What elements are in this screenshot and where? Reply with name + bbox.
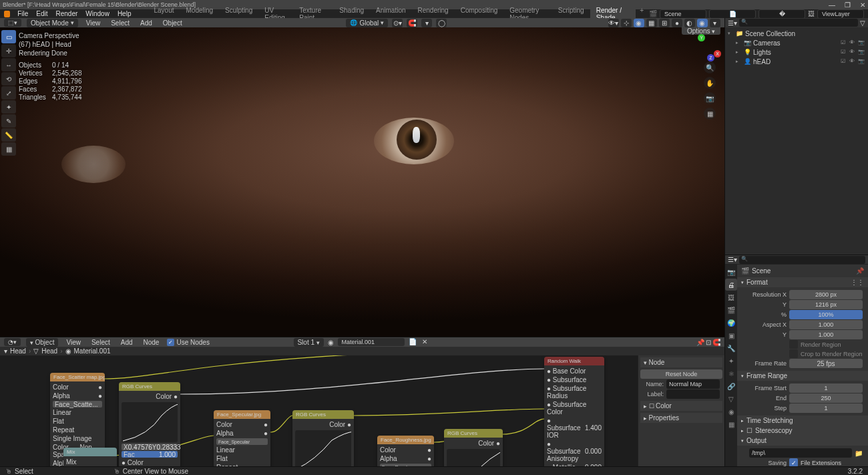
viewport-3d[interactable]: Options ▾ ▭ ✛ ↔ ⟲ ⤢ ✦ ✎ 📏 ▦ Camera Persp…	[0, 27, 724, 337]
panel-stereo[interactable]: ▸☐ Stereoscopy	[737, 426, 868, 436]
ne-editor-type[interactable]: ◔▾	[4, 338, 21, 346]
output-path-input[interactable]: /tmp\	[749, 448, 852, 458]
node-image-field[interactable]: Face_Specular	[216, 438, 268, 445]
scene-new-button[interactable]: 📄	[709, 9, 756, 19]
blender-logo-icon[interactable]	[4, 11, 10, 17]
xray-toggle[interactable]: ▦	[646, 19, 657, 27]
slot-dropdown[interactable]: Slot 1 ▾	[293, 338, 323, 347]
visibility-dropdown[interactable]: 👁▾	[608, 19, 619, 27]
nav-gizmo[interactable]: X Y Z	[698, 34, 722, 58]
menu-render[interactable]: Render	[53, 10, 81, 17]
resolution-x-input[interactable]: 2800 px	[789, 290, 863, 299]
scene-delete-button[interactable]: �	[758, 9, 805, 19]
shading-solid[interactable]: ●	[672, 19, 682, 27]
tool-cursor[interactable]: ✛	[1, 44, 16, 57]
panel-output[interactable]: ▾Output	[737, 436, 868, 446]
snap-toggle[interactable]: 🧲	[407, 19, 417, 27]
mode-dropdown[interactable]: Object Mode ▾	[27, 19, 78, 27]
menu-help[interactable]: Help	[114, 10, 135, 17]
tab-viewlayer[interactable]: 🖼	[725, 291, 737, 303]
tab-constraint[interactable]: 🔗	[725, 380, 737, 392]
maximize-button[interactable]: ❐	[845, 1, 851, 9]
ne-mode-dropdown[interactable]: ▾ Object	[26, 338, 58, 347]
tool-rotate[interactable]: ⟲	[1, 72, 16, 86]
overlay-toggle[interactable]: ◉	[634, 19, 644, 27]
shading-matprev[interactable]: ◐	[684, 19, 695, 27]
editor-type-dropdown[interactable]: ⬚▾	[4, 19, 21, 27]
pin-icon[interactable]: 📌	[856, 267, 864, 275]
panel-frame-range[interactable]: ▾Frame Range	[737, 371, 868, 381]
breadcrumb[interactable]: Material.001	[74, 347, 111, 355]
breadcrumb[interactable]: Head	[41, 347, 57, 355]
move-gizmo[interactable]: ✋	[704, 77, 716, 89]
node-canvas[interactable]: Face_Scatter map.jpg Color● Alpha● Face_…	[0, 355, 724, 475]
camera-gizmo[interactable]: 📷	[704, 92, 716, 104]
outliner-row[interactable]: ▸📷Cameras ☑👁📷	[726, 38, 867, 47]
persp-gizmo[interactable]: ▦	[704, 108, 716, 120]
tool-measure[interactable]: 📏	[1, 128, 16, 142]
gizmo-toggle[interactable]: ⊹	[621, 19, 632, 27]
ne-menu-view[interactable]: View	[63, 339, 83, 346]
resolution-y-input[interactable]: 1216 px	[789, 300, 863, 309]
menu-window[interactable]: Window	[82, 10, 113, 17]
panel-time-stretch[interactable]: ▸Time Stretching	[737, 416, 868, 426]
material-new[interactable]: 📄	[409, 338, 418, 346]
shading-rendered[interactable]: ◉	[697, 19, 708, 27]
ne-menu-add[interactable]: Add	[118, 339, 136, 346]
vp-menu-select[interactable]: Select	[108, 19, 132, 27]
frame-end-input[interactable]: 250	[789, 393, 863, 403]
props-search[interactable]	[739, 256, 865, 264]
menu-file[interactable]: File	[14, 10, 31, 17]
material-unlink[interactable]: ✕	[422, 338, 431, 346]
node-image-specular[interactable]: Face_Specular.jpg Color● Alpha● Face_Spe…	[214, 410, 270, 475]
node-rgb-curves-2[interactable]: RGB Curves Color ● X0.49924Y0.81034	[292, 410, 354, 475]
toggle-render[interactable]: 📷	[858, 39, 865, 47]
proportional-toggle[interactable]: ◯	[436, 19, 447, 27]
outliner-search[interactable]	[739, 19, 858, 27]
ne-menu-select[interactable]: Select	[89, 339, 113, 346]
outliner-filter-icon[interactable]: ▽	[860, 19, 865, 27]
tab-scene[interactable]: 🎬	[725, 304, 737, 316]
render-region-check[interactable]	[789, 340, 798, 349]
tab-particle[interactable]: ✦	[725, 355, 737, 367]
ne-overlay[interactable]: ⊡	[706, 339, 711, 346]
frame-step-input[interactable]: 1	[789, 404, 863, 413]
tool-move[interactable]: ↔	[1, 58, 16, 71]
panel-format[interactable]: ▾Format⋮⋮	[737, 277, 868, 287]
shading-wireframe[interactable]: ⊞	[659, 19, 670, 27]
tab-physics[interactable]: ⚛	[725, 367, 737, 379]
ne-pin[interactable]: 📌	[696, 339, 704, 346]
node-image-field[interactable]: Face_Scatte...	[53, 401, 102, 408]
frame-start-input[interactable]: 1	[789, 383, 863, 393]
vp-menu-add[interactable]: Add	[138, 19, 155, 27]
ne-snap[interactable]: 🧲	[712, 339, 720, 346]
framerate-dropdown[interactable]: 25 fps	[789, 359, 863, 368]
reset-node-button[interactable]: Reset Node	[640, 369, 722, 379]
tab-world[interactable]: 🌍	[725, 317, 737, 329]
tab-texture[interactable]: ▦	[725, 418, 737, 430]
zoom-gizmo[interactable]: 🔍	[704, 61, 716, 73]
tab-material[interactable]: ◉	[725, 406, 737, 418]
tab-output[interactable]: 🖨	[725, 279, 737, 291]
scene-selector[interactable]: Scene	[660, 9, 706, 19]
crop-check[interactable]	[789, 349, 798, 358]
orientation-dropdown[interactable]: 🌐 Global ▾	[346, 19, 388, 27]
use-nodes-checkbox[interactable]: ✓Use Nodes	[167, 339, 209, 346]
node-props-header[interactable]: ▸ Properties	[640, 413, 722, 423]
toggle-exclude[interactable]: ☑	[841, 39, 848, 47]
pivot-dropdown[interactable]: ⊙▾	[392, 19, 403, 27]
node-rgb-curves[interactable]: RGB Curves Color ● X0.47576Y0.28333 Fac1…	[119, 382, 180, 468]
aspect-x-input[interactable]: 1.000	[789, 320, 863, 329]
viewlayer-selector[interactable]: ViewLayer	[817, 9, 864, 19]
outliner-row[interactable]: ▸💡Lights ☑👁📷	[726, 47, 867, 57]
aspect-y-input[interactable]: 1.000	[789, 330, 863, 339]
close-button[interactable]: ✕	[860, 1, 865, 9]
vp-menu-object[interactable]: Object	[160, 19, 185, 27]
node-label-input[interactable]	[666, 389, 720, 399]
minimize-button[interactable]: —	[829, 1, 835, 9]
outliner-row[interactable]: ▸👤hEAD ☑👁📷	[726, 57, 867, 66]
node-color-header[interactable]: ▸ ☐ Color	[640, 401, 722, 411]
tool-scale[interactable]: ⤢	[1, 86, 16, 100]
tool-add[interactable]: ▦	[1, 142, 16, 156]
outliner-row[interactable]: ▾📁Scene Collection	[726, 29, 867, 38]
